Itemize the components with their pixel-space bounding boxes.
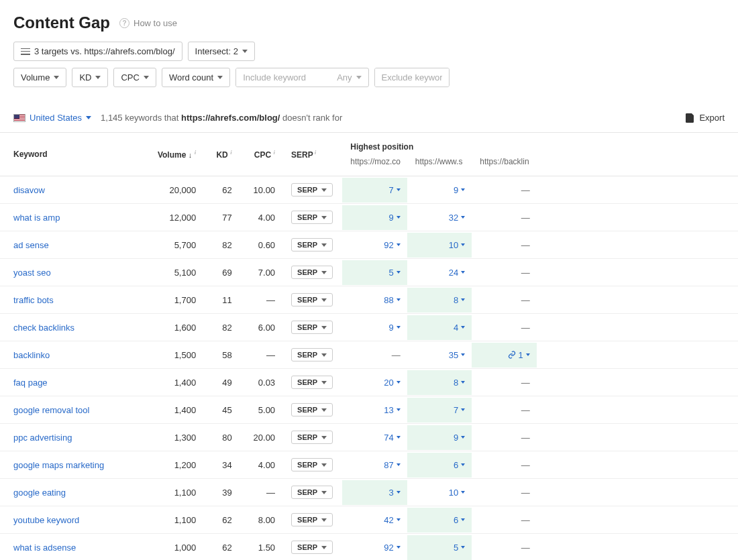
position-cell[interactable]: 42 [342, 508, 407, 533]
serp-button[interactable]: SERP [291, 513, 333, 526]
position-cell[interactable]: 4 [407, 315, 472, 340]
empty-value: — [521, 213, 530, 223]
position-cell[interactable]: 13 [342, 398, 407, 423]
serp-button[interactable]: SERP [291, 431, 333, 444]
targets-filter-button[interactable]: 3 targets vs. https://ahrefs.com/blog/ [13, 42, 182, 61]
serp-button[interactable]: SERP [291, 183, 333, 197]
keyword-link[interactable]: disavow [13, 185, 45, 195]
keyword-link[interactable]: youtube keyword [13, 515, 79, 525]
empty-value: — [521, 460, 530, 470]
position-cell[interactable]: 7 [342, 178, 407, 203]
kd-value: 34 [201, 451, 238, 479]
caret-icon [397, 243, 401, 246]
position-cell[interactable]: 7 [407, 398, 472, 423]
position-cell[interactable]: 92 [342, 535, 407, 560]
keyword-link[interactable]: backlinko [13, 350, 50, 360]
position-cell[interactable]: 6 [407, 453, 472, 478]
position-cell[interactable]: 1 [472, 343, 536, 368]
position-cell[interactable]: 9 [407, 425, 472, 450]
caret-icon [321, 353, 327, 357]
position-cell[interactable]: 35 [407, 343, 472, 368]
keyword-link[interactable]: ad sense [13, 240, 49, 250]
col-keyword[interactable]: Keyword [0, 133, 144, 176]
keyword-link[interactable]: ppc advertising [13, 433, 72, 443]
serp-button[interactable]: SERP [291, 211, 333, 224]
table-row: youtube keyword 1,100 62 8.00 SERP 42 6 … [0, 506, 738, 534]
kd-value: 82 [201, 231, 238, 259]
caret-icon [461, 463, 465, 466]
volume-filter-button[interactable]: Volume [13, 68, 66, 87]
serp-button[interactable]: SERP [291, 403, 333, 416]
position-cell[interactable]: 10 [407, 233, 472, 258]
volume-value: 1,100 [144, 479, 201, 506]
position-cell[interactable]: 9 [342, 315, 407, 340]
keyword-link[interactable]: yoast seo [13, 268, 51, 278]
serp-button[interactable]: SERP [291, 348, 333, 361]
position-cell[interactable]: 3 [342, 480, 407, 505]
position-cell[interactable]: 10 [407, 480, 472, 505]
position-cell[interactable]: 88 [342, 288, 407, 313]
col-cpc[interactable]: CPCi [238, 133, 280, 176]
country-select[interactable]: United States [13, 113, 91, 123]
exclude-keyword-group [374, 68, 450, 87]
position-cell[interactable]: 8 [407, 288, 472, 313]
keyword-link[interactable]: google eating [13, 488, 66, 498]
cpc-value: 1.50 [238, 534, 280, 561]
serp-button[interactable]: SERP [291, 238, 333, 251]
position-cell[interactable]: 9 [407, 178, 472, 203]
position-cell[interactable]: 74 [342, 425, 407, 450]
caret-icon [321, 243, 327, 247]
intersect-filter-button[interactable]: Intersect: 2 [188, 42, 255, 61]
caret-icon [321, 326, 327, 329]
serp-button[interactable]: SERP [291, 458, 333, 471]
position-cell[interactable]: 5 [342, 260, 407, 285]
volume-value: 1,400 [144, 369, 201, 396]
position-cell[interactable]: 32 [407, 205, 472, 230]
serp-button[interactable]: SERP [291, 376, 333, 389]
position-cell[interactable]: 20 [342, 370, 407, 395]
position-cell[interactable]: 87 [342, 453, 407, 478]
serp-button[interactable]: SERP [291, 321, 333, 334]
cpc-filter-button[interactable]: CPC [113, 68, 156, 87]
empty-value: — [521, 323, 530, 333]
keyword-link[interactable]: faq page [13, 378, 48, 388]
keyword-link[interactable]: what is amp [13, 213, 60, 223]
position-cell[interactable]: 8 [407, 370, 472, 395]
caret-icon [397, 216, 401, 219]
col-kd[interactable]: KDi [201, 133, 238, 176]
results-summary: 1,145 keywords that https://ahrefs.com/b… [101, 113, 342, 123]
keyword-link[interactable]: what is adsense [13, 543, 76, 553]
position-cell[interactable]: 9 [342, 205, 407, 230]
position-cell[interactable]: 24 [407, 260, 472, 285]
include-keyword-input[interactable] [236, 68, 330, 87]
include-keyword-group: Any [235, 68, 368, 87]
empty-value: — [521, 405, 530, 415]
volume-value: 1,300 [144, 424, 201, 451]
serp-button[interactable]: SERP [291, 541, 333, 554]
include-mode-select[interactable]: Any [330, 68, 368, 87]
caret-icon [397, 491, 401, 494]
keyword-link[interactable]: google maps marketing [13, 460, 104, 470]
caret-icon [321, 408, 327, 412]
keyword-link[interactable]: check backlinks [13, 323, 74, 333]
position-cell[interactable]: 6 [407, 508, 472, 533]
kd-value: 62 [201, 176, 238, 204]
word-count-filter-button[interactable]: Word count [162, 68, 230, 87]
how-to-use-link[interactable]: ? How to use [119, 18, 177, 28]
kd-filter-button[interactable]: KD [72, 68, 108, 87]
col-volume[interactable]: Volume ↓i [144, 133, 201, 176]
serp-button[interactable]: SERP [291, 486, 333, 499]
caret-icon [144, 76, 149, 79]
info-icon: i [229, 149, 232, 152]
empty-value: — [521, 240, 530, 250]
exclude-keyword-input[interactable] [375, 68, 449, 87]
serp-button[interactable]: SERP [291, 266, 333, 279]
kd-value: 49 [201, 369, 238, 396]
keyword-link[interactable]: traffic bots [13, 295, 54, 305]
export-button[interactable]: Export [686, 113, 725, 123]
keyword-link[interactable]: google removal tool [13, 405, 89, 415]
col-highest-position: Highest position [342, 133, 536, 154]
position-cell[interactable]: 5 [407, 535, 472, 560]
serp-button[interactable]: SERP [291, 293, 333, 306]
position-cell[interactable]: 92 [342, 233, 407, 258]
